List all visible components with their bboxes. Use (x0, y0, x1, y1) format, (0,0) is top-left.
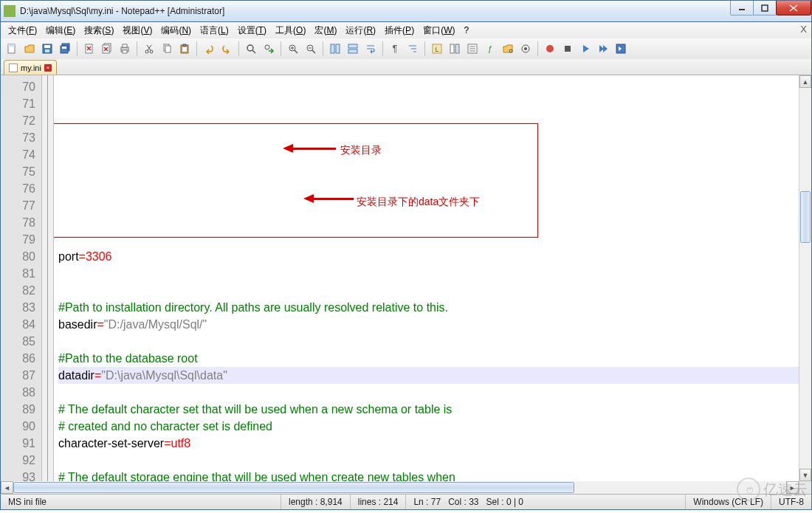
zoom-out-icon[interactable] (303, 41, 319, 57)
find-icon[interactable] (243, 41, 259, 57)
statusbar: MS ini file length : 8,914 lines : 214 L… (0, 494, 812, 510)
editor: 7071727374757677787980818283848586878889… (0, 75, 812, 481)
code-line[interactable]: # The default character set that will be… (58, 401, 799, 418)
line-number: 81 (1, 265, 41, 282)
svg-point-23 (150, 50, 153, 53)
code-line[interactable]: #Path to installation directory. All pat… (58, 299, 799, 316)
code-line[interactable]: character-set-server=utf8 (58, 435, 799, 452)
close-button[interactable] (776, 1, 811, 16)
horizontal-scrollbar[interactable]: ◄ ► (1, 481, 799, 494)
indent-guide-icon[interactable] (405, 41, 421, 57)
vscroll-track[interactable] (799, 88, 811, 469)
code-line[interactable]: # The default storage engine that will b… (58, 469, 799, 481)
svg-line-32 (252, 50, 255, 53)
code-line[interactable] (58, 265, 799, 282)
copy-icon[interactable] (159, 41, 175, 57)
ud-lang-icon[interactable]: L (429, 41, 445, 57)
menubar: 文件(F)编辑(E)搜索(S)视图(V)编码(N)语言(L)设置(T)工具(O)… (0, 22, 812, 38)
play-multi-icon[interactable] (595, 41, 611, 57)
hscroll-thumb[interactable] (13, 482, 574, 493)
menu-item[interactable]: 语言(L) (196, 23, 233, 38)
line-number: 91 (1, 435, 41, 452)
maximize-button[interactable] (753, 1, 777, 16)
svg-line-24 (148, 45, 151, 50)
menu-item[interactable]: 设置(T) (233, 23, 271, 38)
file-tab[interactable]: my.ini × (4, 60, 57, 75)
sync-h-icon[interactable] (345, 41, 361, 57)
zoom-in-icon[interactable] (285, 41, 301, 57)
menu-item[interactable]: 窗口(W) (419, 23, 459, 38)
func-list-icon[interactable]: ƒ (482, 41, 498, 57)
code-line[interactable]: #Path to the database root (58, 350, 799, 367)
menu-item[interactable]: 文件(F) (4, 23, 41, 38)
svg-rect-11 (62, 47, 66, 49)
code-line[interactable] (58, 384, 799, 401)
menu-item[interactable]: 工具(O) (271, 23, 310, 38)
scroll-up-icon[interactable]: ▲ (799, 75, 811, 88)
scroll-corner (799, 481, 811, 494)
line-number-gutter: 7071727374757677787980818283848586878889… (1, 75, 42, 481)
hscroll-track[interactable] (13, 481, 786, 494)
scroll-down-icon[interactable]: ▼ (799, 469, 811, 481)
doc-list-icon[interactable] (464, 41, 481, 57)
code-line[interactable] (58, 282, 799, 299)
status-eol: Windows (CR LF) (686, 495, 771, 509)
svg-point-61 (546, 45, 554, 52)
hscroll-row: ◄ ► (0, 481, 812, 494)
menu-item[interactable]: 视图(V) (118, 23, 156, 38)
sync-v-icon[interactable] (327, 41, 343, 57)
line-number: 71 (1, 95, 41, 112)
code-line[interactable]: port=3306 (58, 248, 799, 265)
line-number: 85 (1, 333, 41, 350)
svg-line-25 (147, 45, 151, 50)
doc-map-icon[interactable] (447, 41, 463, 57)
titlebar: D:\java\Mysql\Sql\my.ini - Notepad++ [Ad… (0, 0, 812, 22)
mdi-close-icon[interactable]: X (800, 24, 807, 35)
save-macro-icon[interactable] (613, 41, 629, 57)
show-all-chars-icon[interactable]: ¶ (387, 41, 403, 57)
line-number: 89 (1, 401, 41, 418)
vertical-scrollbar[interactable]: ▲ ▼ (799, 75, 811, 481)
code-line[interactable] (58, 333, 799, 350)
line-number: 74 (1, 146, 41, 163)
annotation-arrow-1 (283, 148, 303, 216)
svg-rect-1 (762, 5, 768, 11)
play-icon[interactable] (577, 41, 593, 57)
code-line[interactable]: # created and no character set is define… (58, 418, 799, 435)
print-icon[interactable] (117, 41, 133, 57)
minimize-button[interactable] (730, 1, 754, 16)
close-all-icon[interactable] (99, 41, 115, 57)
monitor-icon[interactable] (517, 41, 534, 57)
svg-line-38 (295, 50, 297, 53)
code-line[interactable] (58, 452, 799, 469)
open-file-icon[interactable] (21, 41, 38, 57)
menu-item[interactable]: ? (459, 24, 473, 37)
tab-close-icon[interactable]: × (44, 64, 52, 72)
status-position: Ln : 77 Col : 33 Sel : 0 | 0 (406, 495, 686, 509)
code-area[interactable]: 安装目录 安装目录下的data文件夹下 port=3306#Path to in… (54, 75, 799, 481)
record-icon[interactable] (542, 41, 558, 57)
code-line[interactable]: datadir="D:\java\Mysql\Sql\data" (58, 367, 799, 384)
menu-item[interactable]: 运行(R) (341, 23, 380, 38)
stop-record-icon[interactable] (560, 41, 576, 57)
save-icon[interactable] (39, 41, 55, 57)
redo-icon[interactable] (219, 41, 235, 57)
undo-icon[interactable] (201, 41, 217, 57)
code-line[interactable]: basedir="D:/java/Mysql/Sql/" (58, 316, 799, 333)
paste-icon[interactable] (176, 41, 193, 57)
folder-ws-icon[interactable] (500, 41, 516, 57)
wrap-icon[interactable] (362, 41, 379, 57)
cut-icon[interactable] (141, 41, 157, 57)
menu-item[interactable]: 宏(M) (310, 23, 341, 38)
replace-icon[interactable] (261, 41, 277, 57)
vscroll-thumb[interactable] (800, 191, 811, 243)
save-all-icon[interactable] (57, 41, 73, 57)
close-file-icon[interactable] (81, 41, 97, 57)
scroll-right-icon[interactable]: ► (786, 481, 799, 494)
menu-item[interactable]: 编码(N) (156, 23, 196, 38)
annotation-text-2: 安装目录下的data文件夹下 (357, 193, 480, 210)
menu-item[interactable]: 搜索(S) (80, 23, 118, 38)
menu-item[interactable]: 插件(P) (380, 23, 419, 38)
menu-item[interactable]: 编辑(E) (41, 23, 80, 38)
new-file-icon[interactable] (4, 41, 20, 57)
